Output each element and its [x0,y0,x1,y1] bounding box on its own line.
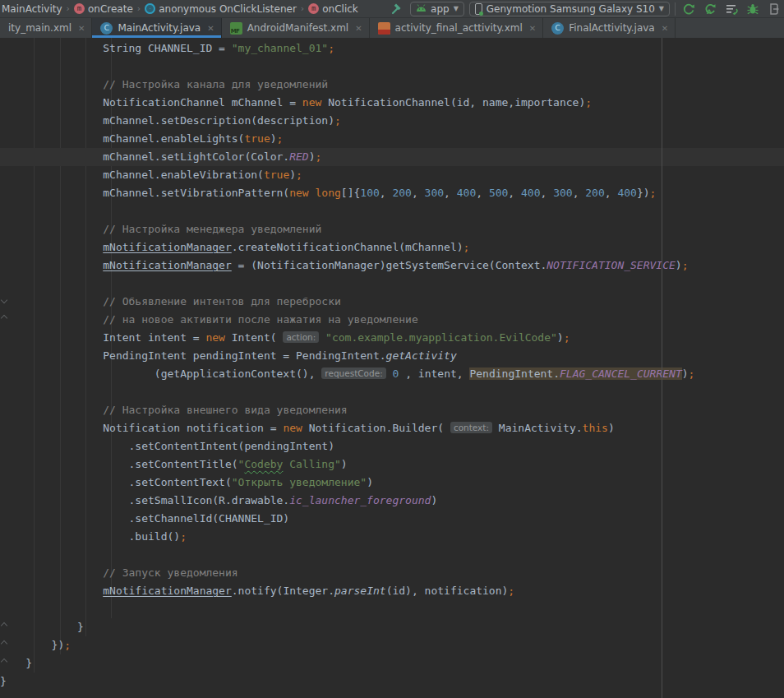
code-line[interactable]: .setContentText("Открыть уведомление") [0,474,784,492]
tab-label: MainActivity.java [118,22,201,34]
code-line[interactable]: NotificationChannel mChannel = new Notif… [0,94,784,112]
code-token: 400 [457,187,476,199]
code-line[interactable]: } [0,673,784,691]
attach-debugger-icon[interactable] [766,2,782,16]
run-tasks-icon[interactable] [723,2,740,16]
code-line[interactable]: String CHANNEL_ID = "my_channel_01"; [0,39,784,58]
code-line[interactable]: (getApplicationContext(), requestCode: 0… [0,365,784,383]
code-line[interactable]: .setChannelId(CHANNEL_ID) [0,510,784,528]
code-token: Intent( [225,331,283,344]
code-line[interactable]: mNotificationManager.notify(Integer.pars… [0,582,784,600]
close-icon[interactable]: ✕ [78,24,85,33]
breadcrumb-item[interactable]: monClick [308,3,358,15]
code-line[interactable] [0,202,784,220]
code-token: = (NotificationManager)getSystemService(… [232,259,547,271]
tab-activity_final_acttivity.xml[interactable]: activity_final_acttivity.xml✕ [370,18,544,38]
code-token: ) [608,422,615,434]
code-line[interactable]: mChannel.enableVibration(true); [0,166,784,184]
code-line[interactable]: } [0,618,784,636]
tab-FinalActtivity.java[interactable]: CFinalActtivity.java✕ [543,18,676,38]
code-line[interactable]: // на новое активити после нажатия на ув… [0,311,784,329]
close-icon[interactable]: ✕ [355,24,362,33]
code-line[interactable] [0,600,784,618]
code-line[interactable]: // Настройка менеджера уведомлений [0,220,784,238]
code-area[interactable]: String CHANNEL_ID = "my_channel_01"; // … [0,38,784,691]
code-token: // Запуск уведомления [103,566,238,579]
code-line[interactable]: mNotificationManager.createNotificationC… [0,238,784,257]
code-token: ; [682,259,689,271]
code-line[interactable]: Notification notification = new Notifica… [0,419,784,437]
code-token: mChannel.setDescription(description) [0,114,334,127]
close-icon[interactable]: ✕ [662,24,668,33]
tab-AndroidManifest.xml[interactable]: AndroidManifest.xml✕ [222,18,370,38]
breadcrumb-separator: › [136,3,141,14]
code-token: ) [367,476,373,488]
code-token: ; [650,187,657,199]
code-token: .setSmallIcon(R.drawable. [0,494,289,506]
code-token: // Настройка менеджера уведомлений [103,223,321,235]
code-token: // на новое активити после нажатия на ув… [103,313,418,326]
code-line[interactable]: mChannel.enableLights(true); [0,130,784,148]
code-token: new [205,331,224,344]
tab-label: activity_final_acttivity.xml [395,22,523,34]
device-selector[interactable]: Genymotion Samsung Galaxy S10 ▼ [469,2,670,16]
code-line[interactable]: // Настройка внешнего вида уведомления [0,401,784,419]
code-token: ) [676,259,682,271]
toolbar-separator [675,2,676,16]
code-token: }) [637,187,650,199]
code-token: .setContentIntent(pendingIntent) [0,440,334,452]
code-token [0,259,103,271]
close-icon[interactable]: ✕ [207,24,214,33]
code-line[interactable] [0,58,784,76]
code-line[interactable] [0,546,784,564]
code-token: "com.example.myapplication.EvilCode" [325,331,557,344]
code-token: , intent, [399,367,469,380]
code-token: , [380,187,393,199]
code-token: ; [296,169,302,181]
code-token: ic_launcher_foreground [289,494,431,506]
code-token: Calling" [283,458,340,470]
code-line[interactable]: // Настройка канала для уведомлений [0,76,784,94]
code-token: , [541,187,554,199]
debug-icon[interactable] [745,2,761,16]
code-line[interactable]: mChannel.setDescription(description); [0,112,784,130]
code-token: mNotificationManager [103,585,232,597]
run-config-selector[interactable]: app ▼ [410,2,464,16]
code-line[interactable]: // Обьявление интентов для переброски [0,293,784,311]
code-line[interactable]: mNotificationManager = (NotificationMana… [0,257,784,275]
breadcrumb-item[interactable]: monCreate [74,3,133,15]
code-line[interactable]: .setSmallIcon(R.drawable.ic_launcher_for… [0,492,784,510]
tab-ity_main.xml[interactable]: ity_main.xml✕ [0,18,92,38]
code-token: PendingIntent pendingIntent = PendingInt… [0,349,386,362]
code-line[interactable]: .setContentTitle("Codeby Calling") [0,455,784,474]
code-line[interactable]: // Запуск уведомления [0,564,784,582]
code-line[interactable]: .setContentIntent(pendingIntent) [0,437,784,455]
java-class-icon: C [551,22,564,35]
layout-xml-icon [378,22,390,35]
build-hammer-icon[interactable] [389,2,405,16]
code-editor[interactable]: String CHANNEL_ID = "my_channel_01"; // … [0,38,784,698]
code-line[interactable]: mChannel.setVibrationPattern(new long[]{… [0,184,784,202]
close-icon[interactable]: ✕ [529,24,536,33]
apply-code-changes-icon[interactable]: A [702,2,718,16]
chevron-down-icon: ▼ [454,5,459,12]
apply-changes-icon[interactable] [680,2,697,16]
code-line[interactable]: .build(); [0,528,784,546]
tab-MainActivity.java[interactable]: CMainActivity.java✕ [92,18,221,38]
code-line[interactable]: } [0,654,784,673]
code-token: RED [289,150,308,163]
code-token [0,295,103,307]
code-line[interactable] [0,275,784,293]
code-line[interactable]: PendingIntent pendingIntent = PendingInt… [0,347,784,365]
code-token: ; [508,585,514,597]
code-line[interactable]: }); [0,636,784,654]
breadcrumb-item[interactable]: anonymous OnClickListener [145,3,297,15]
code-token: , [508,187,521,199]
code-line[interactable]: mChannel.setLightColor(Color.RED); [0,148,784,166]
code-line[interactable]: Intent intent = new Intent( action: "com… [0,329,784,347]
method-icon: m [308,3,319,14]
code-line[interactable] [0,383,784,401]
breadcrumb-item[interactable]: MainActivity [2,3,62,15]
device-selector-label: Genymotion Samsung Galaxy S10 [487,3,655,15]
code-token: NotificationChannel(id, name,importance) [321,96,585,109]
